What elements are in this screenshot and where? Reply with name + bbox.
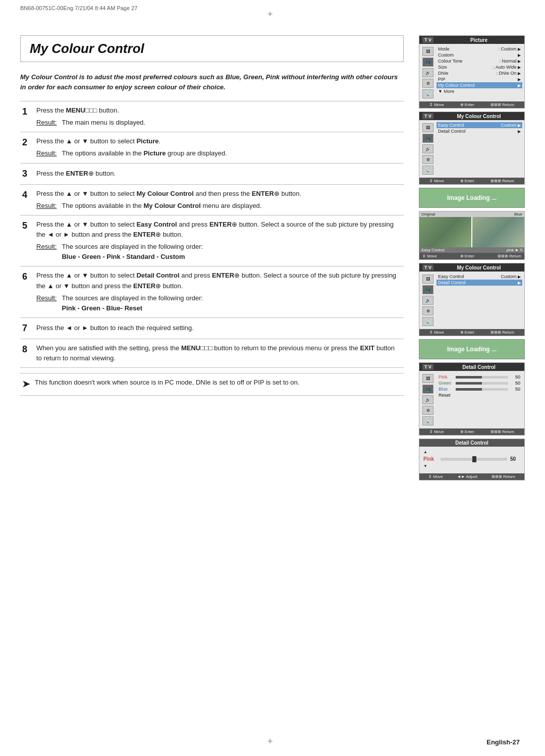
split-bottom-label: Easy Control xyxy=(421,248,445,252)
tv-icon-dc-4: ⚙ xyxy=(422,406,433,415)
table-row: 1 Press the MENU□□□ button. Result: The … xyxy=(20,101,404,132)
left-column: My Colour Control My Colour Control is t… xyxy=(20,35,409,483)
steps-table: 1 Press the MENU□□□ button. Result: The … xyxy=(20,101,404,368)
pink-panel-title: Detail Control xyxy=(419,439,524,447)
table-row: 7 Press the ◄ or ► button to reach the r… xyxy=(20,317,404,339)
result-label-1: Result: xyxy=(36,118,57,128)
tv-footer-1: ⇕ Move⊕ Enter⊞⊞⊞ Return xyxy=(419,101,524,108)
pink-up-arrow: ▲ xyxy=(423,450,520,454)
pink-adjust-panel: Detail Control ▲ Pink 50 ▼ ⇕ Move◄► Adju… xyxy=(419,439,525,480)
detail-bar-pink xyxy=(456,376,508,379)
tv-menu-2: Easy ControlCustom ▶ Detail Control▶ xyxy=(437,122,522,176)
split-image-area xyxy=(419,217,524,247)
step-num-7: 7 xyxy=(20,317,34,339)
step-content-1: Press the MENU□□□ button. Result: The ma… xyxy=(34,101,404,132)
detail-row-blue: Blue 50 xyxy=(439,387,520,392)
tv-label-2: T V xyxy=(422,113,433,119)
pink-slider-thumb xyxy=(472,456,476,462)
pink-down-arrow: ▼ xyxy=(423,464,520,468)
tv-menu-item-more: ▼ More xyxy=(437,88,522,94)
tv-menu-3-easy: Easy ControlCustom ▶ xyxy=(437,274,522,280)
table-row: 2 Press the ▲ or ▼ button to select Pict… xyxy=(20,132,404,163)
detail-label-green: Green xyxy=(439,381,454,386)
step-num-3: 3 xyxy=(20,163,34,184)
table-row: 4 Press the ▲ or ▼ button to select My C… xyxy=(20,184,404,215)
step-num-8: 8 xyxy=(20,339,34,367)
detail-value-green: 50 xyxy=(510,381,520,386)
tv-icon-2-4: ⚙ xyxy=(422,155,433,164)
easy-control-split-panel: Original Blue Easy Control pink ► 5 ⇕ Mo… xyxy=(419,211,525,260)
tv-icon-2: 📺 xyxy=(422,58,433,67)
table-row: 5 Press the ▲ or ▼ button to select Easy… xyxy=(20,215,404,266)
result-label-2: Result: xyxy=(36,148,57,158)
pink-slider-row: Pink 50 xyxy=(423,456,520,462)
tv-icon-dc-1: 🖼 xyxy=(422,374,433,383)
result-label-4: Result: xyxy=(36,201,57,211)
tv-panel-detail: T V My Colour Control 🖼 📺 🔊 ⚙ 📡 Easy Con… xyxy=(419,263,525,336)
tv-menu-item-pip: PIP▶ xyxy=(437,76,522,82)
note-arrow-icon: ➤ xyxy=(22,377,30,391)
result-text-6: The sources are displayed in the followi… xyxy=(62,293,402,313)
tv-label-dc: T V xyxy=(422,364,433,370)
tv-icons-dc: 🖼 📺 🔊 ⚙ 📡 xyxy=(421,373,434,426)
detail-bar-fill-blue xyxy=(456,388,482,391)
step-num-1: 1 xyxy=(20,101,34,132)
result-text-1: The main menu is displayed. xyxy=(62,118,402,128)
page-title: My Colour Control xyxy=(30,41,394,57)
detail-row-pink: Pink 50 xyxy=(439,374,520,380)
tv-menu-item-size: Size: Auto Wide ▶ xyxy=(437,64,522,70)
step-num-6: 6 xyxy=(20,266,34,318)
tv-label-3: T V xyxy=(422,264,433,271)
result-text-4: The options available in the My Colour C… xyxy=(62,201,402,211)
step-content-8: When you are satisfied with the setting,… xyxy=(34,339,404,367)
step-content-7: Press the ◄ or ► button to reach the req… xyxy=(34,317,404,339)
split-image-right xyxy=(472,217,524,247)
result-text-2: The options available in the Picture gro… xyxy=(62,148,402,158)
detail-bar-green xyxy=(456,382,508,385)
tv-icon-3-3: 🔊 xyxy=(422,296,433,305)
tv-panel-3-body: 🖼 📺 🔊 ⚙ 📡 Easy ControlCustom ▶ Detail Co… xyxy=(419,272,524,329)
step-content-5: Press the ▲ or ▼ button to select Easy C… xyxy=(34,215,404,266)
tv-panel-3-header: T V My Colour Control xyxy=(419,263,524,272)
tv-footer-2: ⇕ Move⊕ Enter⊞⊞⊞ Return xyxy=(419,178,524,184)
pink-slider-label: Pink xyxy=(423,456,438,462)
tv-menu-item-custom: Custom▶ xyxy=(437,52,522,58)
detail-bar-fill-pink xyxy=(456,376,482,379)
detail-value-pink: 50 xyxy=(510,374,520,380)
split-bottom-value: pink ► 5 xyxy=(507,248,523,252)
split-right-label: Blue xyxy=(514,212,522,217)
step-content-6: Press the ▲ or ▼ button to select Detail… xyxy=(34,266,404,318)
color-sequence-1: Blue - Green - Pink - Standard - Custom xyxy=(62,253,185,260)
table-row: 8 When you are satisfied with the settin… xyxy=(20,339,404,367)
result-text-5: The sources are displayed in the followi… xyxy=(62,242,402,262)
split-footer: ⇕ Move⊕ Enter⊞⊞⊞ Return xyxy=(419,253,524,259)
tv-icon-dc-3: 🔊 xyxy=(422,395,433,404)
pink-slider-track xyxy=(441,458,507,461)
tv-icon-4: ⚙ xyxy=(422,79,433,88)
image-loading-1: Image Loading ... xyxy=(419,188,525,208)
tv-menu-item-mycolour: My Colour Control▶ xyxy=(437,82,522,88)
tv-icon-3: 🔊 xyxy=(422,68,433,77)
tv-icon-2-1: 🖼 xyxy=(422,123,433,132)
tv-icon-3-1: 🖼 xyxy=(422,275,433,284)
tv-icon-5: 📡 xyxy=(422,89,433,98)
tv-icon-dc-5: 📡 xyxy=(422,416,433,425)
tv-icon-3-4: ⚙ xyxy=(422,306,433,315)
tv-panel-1-title: Picture xyxy=(437,37,521,43)
tv-icons-1: 🖼 📺 🔊 ⚙ 📡 xyxy=(421,46,434,99)
split-labels: Original Blue xyxy=(419,211,524,217)
tv-label-1: T V xyxy=(422,37,433,43)
result-label-5: Result: xyxy=(36,242,57,262)
tv-icon-1: 🖼 xyxy=(422,47,433,56)
tv-icons-3: 🖼 📺 🔊 ⚙ 📡 xyxy=(421,274,434,327)
tv-panel-2-title: My Colour Control xyxy=(437,114,521,119)
step-num-5: 5 xyxy=(20,215,34,266)
detail-value-blue: 50 xyxy=(510,387,520,392)
intro-text: My Colour Control is to adust the most p… xyxy=(20,72,404,92)
tv-panel-3-title: My Colour Control xyxy=(437,265,521,271)
step-content-2: Press the ▲ or ▼ button to select Pictur… xyxy=(34,132,404,163)
tv-menu-item-colourtone: Colour Tone: Normal ▶ xyxy=(437,58,522,64)
tv-menu-3-detail: Detail Control▶ xyxy=(437,280,522,286)
step-num-2: 2 xyxy=(20,132,34,163)
split-bottom-bar: Easy Control pink ► 5 xyxy=(419,247,524,253)
